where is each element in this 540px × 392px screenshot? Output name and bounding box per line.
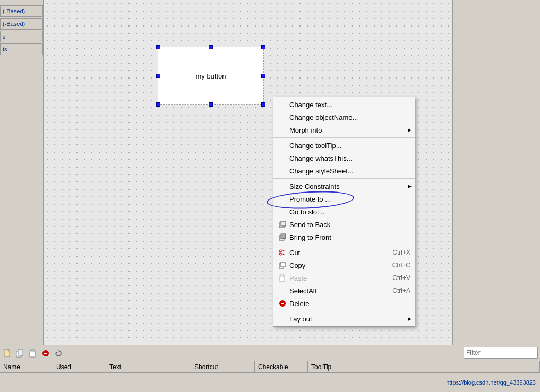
widget-button[interactable]: my button — [158, 47, 264, 105]
left-sidebar: (-Based) (-Based) s ts — [0, 0, 44, 345]
svg-rect-3 — [281, 234, 286, 239]
col-shortcut: Shortcut — [191, 361, 255, 372]
menu-item-promote-to[interactable]: Promote to ... — [273, 193, 415, 205]
svg-rect-18 — [30, 351, 35, 357]
menu-item-copy[interactable]: CopyCtrl+C — [273, 259, 415, 272]
menu-item-morph-into[interactable]: Morph into — [273, 124, 415, 136]
handle-bc[interactable] — [209, 102, 213, 107]
menu-item-select-all[interactable]: Select AllCtrl+A — [273, 284, 415, 297]
scissors-icon — [278, 248, 287, 257]
menu-item-change-text[interactable]: Change text... — [273, 98, 415, 111]
menu-item-change-stylesheet[interactable]: Change styleSheet... — [273, 164, 415, 177]
sidebar-item-4[interactable]: ts — [0, 43, 43, 55]
sidebar-item-3[interactable]: s — [0, 31, 43, 42]
send-to-back-icon — [278, 220, 287, 229]
no-icon — [278, 181, 287, 191]
handle-mr[interactable] — [261, 74, 265, 78]
menu-item-send-to-back[interactable]: Send to Back — [273, 218, 415, 231]
new-icon[interactable] — [2, 348, 13, 359]
bottom-toolbar — [0, 345, 540, 361]
col-tooltip: ToolTip — [308, 361, 540, 372]
menu-item-change-tooltip[interactable]: Change toolTip... — [273, 139, 415, 152]
svg-point-4 — [279, 250, 281, 252]
svg-rect-11 — [281, 275, 284, 276]
menu-item-bring-to-front[interactable]: Bring to Front — [273, 231, 415, 243]
no-icon — [278, 314, 287, 324]
no-icon — [278, 153, 287, 163]
svg-rect-19 — [31, 350, 34, 351]
svg-rect-1 — [281, 221, 286, 226]
delete-icon — [278, 299, 287, 308]
svg-rect-9 — [281, 262, 285, 267]
delete-bottom-icon[interactable] — [40, 348, 51, 359]
no-icon — [278, 125, 287, 135]
sidebar-item-2[interactable]: (-Based) — [0, 18, 43, 30]
handle-br[interactable] — [261, 102, 265, 107]
col-checkable: Checkable — [255, 361, 308, 372]
menu-item-go-to-slot[interactable]: Go to slot... — [273, 205, 415, 218]
table-header: Name Used Text Shortcut Checkable ToolTi… — [0, 361, 540, 372]
menu-item-size-constraints[interactable]: Size Constraints — [273, 180, 415, 193]
menu-item-paste[interactable]: PasteCtrl+V — [273, 272, 415, 284]
status-url: https://blog.csdn.net/qq_43393823 — [446, 379, 536, 386]
svg-point-5 — [279, 253, 281, 255]
canvas-area: my button Change text... Change objectNa… — [44, 0, 452, 345]
handle-tc[interactable] — [209, 45, 213, 49]
divider-1 — [273, 137, 415, 138]
svg-marker-22 — [56, 352, 58, 354]
divider-2 — [273, 178, 415, 179]
col-used: Used — [53, 361, 106, 372]
handle-tl[interactable] — [156, 45, 160, 49]
no-icon — [278, 166, 287, 176]
bring-to-front-icon — [278, 232, 287, 242]
menu-item-change-objectname[interactable]: Change objectName... — [273, 111, 415, 124]
paste-icon — [278, 273, 287, 283]
no-icon — [278, 141, 287, 150]
divider-3 — [273, 245, 415, 245]
col-name: Name — [0, 361, 53, 372]
filter-input[interactable] — [464, 347, 538, 359]
no-icon — [278, 112, 287, 122]
menu-item-delete[interactable]: Delete — [273, 297, 415, 310]
copy-bottom-icon[interactable] — [15, 348, 25, 359]
no-icon — [278, 194, 287, 204]
svg-line-6 — [281, 250, 286, 252]
svg-rect-17 — [18, 350, 23, 355]
context-menu: Change text... Change objectName... Morp… — [273, 97, 415, 327]
handle-bl[interactable] — [156, 102, 160, 107]
no-icon — [278, 207, 287, 216]
no-icon — [278, 286, 287, 295]
copy-icon — [278, 260, 287, 270]
handle-ml[interactable] — [156, 74, 160, 78]
menu-item-change-whatsthis[interactable]: Change whatsThis... — [273, 152, 415, 164]
sidebar-item-1[interactable]: (-Based) — [0, 5, 43, 17]
right-panel — [452, 0, 540, 345]
handle-tr[interactable] — [261, 45, 265, 49]
menu-item-cut[interactable]: CutCtrl+X — [273, 246, 415, 259]
status-bar: https://blog.csdn.net/qq_43393823 — [0, 372, 540, 392]
divider-4 — [273, 311, 415, 311]
widget-label: my button — [195, 72, 226, 80]
refresh-icon[interactable] — [53, 348, 64, 359]
menu-item-lay-out[interactable]: Lay out — [273, 312, 415, 325]
paste-bottom-icon[interactable] — [28, 348, 38, 359]
no-icon — [278, 100, 287, 109]
col-text: Text — [106, 361, 191, 372]
svg-line-7 — [281, 254, 286, 256]
